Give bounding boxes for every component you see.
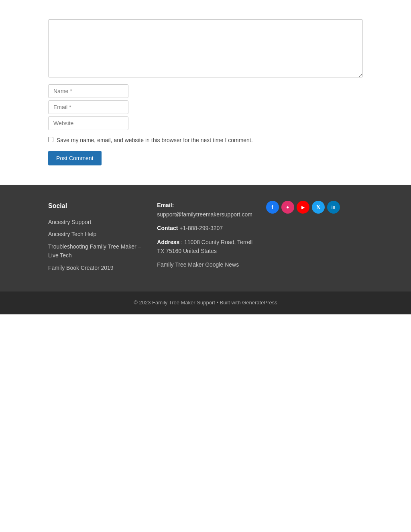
comment-textarea[interactable] bbox=[48, 19, 363, 77]
google-news-link[interactable]: Family Tree Maker Google News bbox=[157, 260, 254, 269]
email-section: Email: support@familytreemakersupport.co… bbox=[157, 201, 254, 219]
instagram-icon: ● bbox=[286, 204, 289, 211]
comment-form-section: Save my name, email, and website in this… bbox=[0, 0, 411, 185]
address-label: Address bbox=[157, 239, 179, 245]
name-input[interactable] bbox=[48, 84, 128, 98]
youtube-icon-link[interactable]: ▶ bbox=[297, 201, 309, 214]
linkedin-icon-link[interactable]: in bbox=[327, 201, 340, 214]
facebook-icon-link[interactable]: f bbox=[266, 201, 279, 214]
save-info-checkbox[interactable] bbox=[48, 137, 53, 142]
website-input[interactable] bbox=[48, 116, 128, 130]
contact-value: +1-888-299-3207 bbox=[179, 225, 223, 231]
footer-col-contact: Email: support@familytreemakersupport.co… bbox=[157, 201, 254, 275]
footer-link-family-book[interactable]: Family Book Creator 2019 bbox=[48, 263, 145, 272]
save-info-label: Save my name, email, and website in this… bbox=[57, 136, 253, 145]
form-fields bbox=[48, 84, 363, 132]
social-icons-row: f ● ▶ 𝕏 in bbox=[266, 201, 363, 214]
contact-label: Contact bbox=[157, 225, 178, 231]
footer-link-ancestry-tech[interactable]: Ancestry Tech Help bbox=[48, 230, 145, 238]
address-section: Address : 11008 County Road, Terrell TX … bbox=[157, 238, 254, 256]
post-comment-button[interactable]: Post Comment bbox=[48, 151, 102, 165]
email-link[interactable]: support@familytreemakersupport.com bbox=[157, 211, 252, 218]
email-input[interactable] bbox=[48, 100, 128, 114]
copyright-text: © 2023 Family Tree Maker Support • Built… bbox=[134, 300, 242, 306]
linkedin-icon: in bbox=[332, 204, 336, 211]
footer-link-ancestry-support[interactable]: Ancestry Support bbox=[48, 218, 145, 226]
page-wrapper: Save my name, email, and website in this… bbox=[0, 0, 411, 532]
below-footer-space bbox=[0, 314, 411, 532]
footer-col-social: Social Ancestry Support Ancestry Tech He… bbox=[48, 201, 145, 275]
save-info-row: Save my name, email, and website in this… bbox=[48, 136, 363, 145]
social-heading: Social bbox=[48, 201, 145, 211]
footer: Social Ancestry Support Ancestry Tech He… bbox=[0, 185, 411, 314]
instagram-icon-link[interactable]: ● bbox=[281, 201, 294, 214]
footer-bottom: © 2023 Family Tree Maker Support • Built… bbox=[0, 291, 411, 314]
facebook-icon: f bbox=[271, 203, 273, 212]
footer-link-troubleshooting[interactable]: Troubleshooting Family Tree Maker – Live… bbox=[48, 242, 145, 260]
email-label: Email: bbox=[157, 202, 174, 208]
footer-col-icons: f ● ▶ 𝕏 in bbox=[266, 201, 363, 275]
twitter-icon: 𝕏 bbox=[316, 204, 320, 211]
generatepress-link[interactable]: GeneratePress bbox=[242, 300, 277, 306]
contact-section: Contact +1-888-299-3207 bbox=[157, 224, 254, 232]
twitter-icon-link[interactable]: 𝕏 bbox=[312, 201, 325, 214]
youtube-icon: ▶ bbox=[301, 204, 305, 211]
footer-inner: Social Ancestry Support Ancestry Tech He… bbox=[0, 201, 411, 291]
